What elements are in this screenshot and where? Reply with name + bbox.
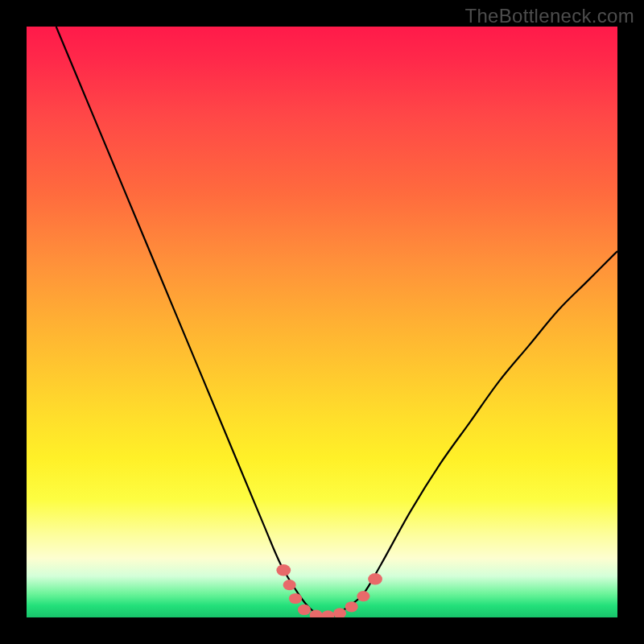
watermark-text: TheBottleneck.com xyxy=(464,5,634,27)
chart-frame: TheBottleneck.com xyxy=(0,0,644,644)
plot-area xyxy=(27,27,617,617)
